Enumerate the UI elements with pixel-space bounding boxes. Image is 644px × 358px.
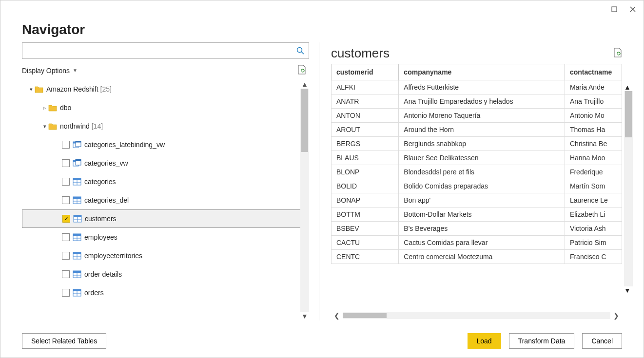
scroll-track[interactable] [343,312,610,319]
view-icon [73,140,81,149]
table-row[interactable]: AROUTAround the HornThomas Ha [332,123,622,137]
preview-hscroll[interactable]: ❮ ❯ [331,311,622,320]
search-box[interactable] [22,42,309,59]
preview-vscroll[interactable]: ▲ ▼ [624,83,633,294]
table-cell: Ana Trujillo Emparedados y helados [399,94,565,109]
scroll-left-icon[interactable]: ❮ [331,312,343,320]
preview-table: customeridcompanynamecontactname ALFKIAl… [331,64,622,264]
object-tree[interactable]: ▾Amazon Redshift [25]▹dbo▾northwind [14]… [22,80,309,320]
display-options-dropdown[interactable]: Display Options ▼ [22,67,78,75]
svg-rect-12 [76,159,81,161]
scroll-down-icon[interactable]: ▼ [300,312,309,320]
table-cell: CENTC [332,250,399,264]
checkbox[interactable] [62,178,70,186]
titlebar [0,0,644,18]
dialog-title: Navigator [22,22,622,38]
tree-item-label: Amazon Redshift [46,85,98,93]
column-header-contactname[interactable]: contactname [565,64,622,80]
scroll-track[interactable] [300,89,309,312]
tree-scrollbar[interactable]: ▲ ▼ [300,80,309,320]
scroll-right-icon[interactable]: ❯ [610,312,622,320]
table-cell: Laurence Le [565,193,622,207]
column-header-customerid[interactable]: customerid [332,64,399,80]
table-icon [73,288,81,297]
table-cell: BONAP [332,193,399,207]
checkbox[interactable] [62,215,70,223]
table-row[interactable]: BOLIDBolido Comidas preparadasMartín Som [332,179,622,193]
expand-toggle-icon[interactable]: ▾ [28,86,35,93]
table-row[interactable]: BLONPBlondesddsl pere et filsFrederique [332,165,622,179]
table-cell: BOLID [332,179,399,193]
tree-item-categories_latebinding_vw[interactable]: categories_latebinding_vw [22,135,307,154]
tree-item-orders[interactable]: orders [22,283,307,302]
cancel-button[interactable]: Cancel [582,333,622,349]
table-icon [73,196,81,205]
table-row[interactable]: ANATRAna Trujillo Emparedados y heladosA… [332,94,622,109]
scroll-down-icon[interactable]: ▼ [624,286,633,294]
expand-toggle-icon[interactable]: ▹ [41,105,48,111]
table-cell: BLONP [332,165,399,179]
table-row[interactable]: ANTONAntonio Moreno TaqueríaAntonio Mo [332,109,622,123]
scroll-track[interactable] [624,91,633,286]
table-row[interactable]: BLAUSBlauer See DelikatessenHanna Moo [332,151,622,165]
tree-item-categories_vw[interactable]: categories_vw [22,154,307,172]
restore-button[interactable] [609,4,619,14]
tree-item-label: northwind [60,122,90,130]
tree-item-dbo[interactable]: ▹dbo [22,98,307,117]
table-icon [73,251,81,260]
tree-item-label: dbo [60,104,71,112]
table-cell: Bottom-Dollar Markets [399,207,565,222]
table-row[interactable]: BSBEVB's BeveragesVictoria Ash [332,222,622,236]
tree-item-customers[interactable]: customers [22,209,307,228]
checkbox[interactable] [62,252,70,260]
close-button[interactable] [628,4,638,14]
tree-item-employees[interactable]: employees [22,228,307,246]
search-button[interactable] [292,43,309,58]
tree-item-label: order details [84,270,122,278]
scroll-up-icon[interactable]: ▲ [624,83,633,91]
column-header-companyname[interactable]: companyname [399,64,565,80]
tree-item-count: [25] [100,85,112,93]
transform-data-button[interactable]: Transform Data [509,333,575,349]
scroll-up-icon[interactable]: ▲ [300,80,309,89]
search-input[interactable] [22,43,292,58]
scroll-thumb[interactable] [301,89,308,152]
tree-item-northwind[interactable]: ▾northwind [14] [22,117,307,135]
load-button[interactable]: Load [468,333,501,349]
table-cell: CACTU [332,236,399,250]
table-row[interactable]: CACTUCactus Comidas para llevarPatricio … [332,236,622,250]
scroll-thumb[interactable] [343,313,387,318]
tree-item-categories[interactable]: categories [22,172,307,191]
checkbox[interactable] [62,289,70,297]
table-cell: BLAUS [332,151,399,165]
select-related-tables-button[interactable]: Select Related Tables [22,333,106,349]
table-cell: Alfreds Futterkiste [399,80,565,94]
table-row[interactable]: BERGSBerglunds snabbkopChristina Be [332,137,622,151]
table-row[interactable]: CENTCCentro comercial MoctezumaFrancisco… [332,250,622,264]
svg-point-3 [297,48,302,53]
refresh-preview-button[interactable] [613,48,622,59]
table-cell: Around the Horn [399,123,565,137]
close-icon [629,6,636,13]
checkbox[interactable] [62,233,70,241]
svg-rect-0 [612,7,617,12]
table-cell: Berglunds snabbkop [399,137,565,151]
checkbox[interactable] [62,270,70,278]
table-cell: ALFKI [332,80,399,94]
table-cell: Blondesddsl pere et fils [399,165,565,179]
table-cell: Francisco C [565,250,622,264]
checkbox[interactable] [62,141,70,149]
checkbox[interactable] [62,159,70,167]
tree-item-employeeterritories[interactable]: employeeterritories [22,246,307,265]
table-row[interactable]: BOTTMBottom-Dollar MarketsElizabeth Li [332,207,622,222]
expand-toggle-icon[interactable]: ▾ [41,123,48,130]
tree-item-categories_del[interactable]: categories_del [22,191,307,209]
tree-item-order-details[interactable]: order details [22,265,307,283]
scroll-thumb[interactable] [625,91,632,137]
table-row[interactable]: ALFKIAlfreds FutterkisteMaria Ande [332,80,622,94]
checkbox[interactable] [62,196,70,204]
table-row[interactable]: BONAPBon app'Laurence Le [332,193,622,207]
tree-item-Amazon-Redshift[interactable]: ▾Amazon Redshift [25] [22,80,307,98]
search-icon [296,46,305,55]
refresh-tree-button[interactable] [297,65,306,76]
